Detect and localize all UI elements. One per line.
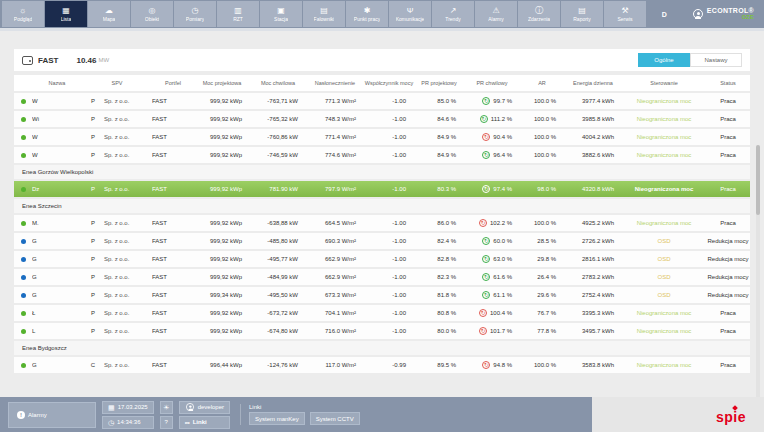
alarms-button[interactable]: ! Alarmy: [8, 402, 96, 428]
nav-tab-raporty[interactable]: ▤Raporty: [561, 1, 603, 27]
table-row[interactable]: GPSp. z o.o.FAST999,92 kWp-484,99 kW662.…: [14, 269, 750, 285]
table-row[interactable]: GPSp. z o.o.FAST999,92 kWp-485,80 kW690.…: [14, 233, 750, 249]
column-header-1: Nazwa: [32, 80, 82, 86]
nav-tab-serwis[interactable]: ⚒Serwis: [604, 1, 646, 27]
nav-tab-pomiary[interactable]: ◷Pomiary: [174, 1, 216, 27]
help-label: ?: [164, 419, 167, 425]
user-initial[interactable]: D: [662, 11, 667, 18]
tab-nastawy[interactable]: Nastawy: [690, 53, 742, 67]
nav-tab-lista[interactable]: ▦Lista: [45, 1, 87, 27]
nav-tab-punkt-pracy[interactable]: ✱Punkt pracy: [346, 1, 388, 27]
trendy-icon: ↗: [450, 6, 457, 15]
help-button[interactable]: ?: [160, 416, 173, 429]
cell-status: Praca: [706, 152, 750, 158]
cell-moc-projektowa: 999,92 kWp: [194, 98, 250, 104]
pr-chwilowy-value: 99.7 %: [493, 98, 512, 104]
nav-tab-podglad[interactable]: ☼Podgląd: [2, 1, 44, 27]
nav-tab-zdarzenia[interactable]: ⓘZdarzenia: [518, 1, 560, 27]
cell-pr-projektowy: 80.3 %: [414, 186, 464, 192]
nav-tab-stacja[interactable]: ▣Stacja: [260, 1, 302, 27]
link-system-mankey[interactable]: System manKey: [249, 412, 305, 425]
cell-pr-projektowy: 84.6 %: [414, 116, 464, 122]
cell-spv-company: Sp. z o.o.: [104, 238, 152, 244]
table-row[interactable]: WiPSp. z o.o.FAST999,92 kWp-765,32 kW748…: [14, 111, 750, 127]
cell-status: Redukcja mocy: [706, 274, 750, 280]
table-row[interactable]: M.PSp. z o.o.FAST999,92 kWp-638,88 kW664…: [14, 215, 750, 231]
links-button[interactable]: ∞ Linki: [179, 416, 230, 429]
cell-moc-projektowa: 999,92 kWp: [194, 186, 250, 192]
date-button[interactable]: ▦ 17.03.2025: [102, 401, 154, 414]
cell-ar: 100.0 %: [520, 152, 564, 158]
pr-refresh-icon: ↻: [482, 273, 490, 281]
pr-chwilowy-value: 96.4 %: [493, 152, 512, 158]
cell-naslonecznienie: 716.0 W/m²: [306, 328, 364, 334]
cell-energia-dzienna: 4004.2 kWh: [564, 134, 622, 140]
cell-energia-dzienna: 4925.2 kWh: [564, 220, 622, 226]
brand-oze-label: OZE: [742, 14, 754, 21]
econtrol-logo: ECONTROL® OZE: [693, 7, 754, 21]
table-row[interactable]: GPSp. z o.o.FAST999,34 kWp-495,50 kW673.…: [14, 287, 750, 303]
cell-status-dot: [14, 99, 32, 104]
table-row[interactable]: DzPSp. z o.o.FAST999,92 kWp781.90 kW797.…: [14, 181, 750, 197]
cell-nazwa: W: [32, 134, 82, 140]
date-value: 17.03.2025: [118, 404, 148, 410]
pr-chwilowy-value: 61.6 %: [493, 274, 512, 280]
cell-sterowanie: Nieograniczona moc: [622, 134, 706, 140]
cell-sterowanie: Nieograniczona moc: [622, 362, 706, 368]
user-circle-icon: [693, 9, 703, 19]
pr-refresh-icon: ↻: [480, 115, 488, 123]
sun-icon: ☀: [163, 404, 169, 411]
cell-spv-company: Sp. z o.o.: [104, 292, 152, 298]
cell-sterowanie: OSD: [622, 274, 706, 280]
link-system-cctv[interactable]: System CCTV: [310, 412, 360, 425]
lista-icon: ▦: [62, 6, 70, 15]
cell-spv-company: Sp. z o.o.: [104, 116, 152, 122]
cell-portfel: FAST: [152, 116, 194, 122]
nav-tab-mapa[interactable]: ☁Mapa: [88, 1, 130, 27]
table-row[interactable]: GCSp. z o.o.FAST996,44 kWp-124,76 kW117.…: [14, 357, 750, 373]
cell-ar: 100.0 %: [520, 220, 564, 226]
cell-spv-code: P: [82, 134, 104, 140]
cell-nazwa: M.: [32, 220, 82, 226]
table-row[interactable]: WPSp. z o.o.FAST999,92 kWp-763,71 kW771.…: [14, 93, 750, 109]
nav-tab-komunikacje[interactable]: ΨKomunikacje: [389, 1, 431, 27]
cell-wspolczynnik-mocy: -1.00: [364, 134, 414, 140]
portfolio-icon: [22, 56, 33, 65]
scrollbar-thumb[interactable]: [756, 145, 760, 215]
scrollbar[interactable]: [756, 145, 760, 425]
cell-ar: 28.5 %: [520, 238, 564, 244]
time-button[interactable]: ◷ 14:34:36: [102, 416, 154, 429]
cell-wspolczynnik-mocy: -0.99: [364, 362, 414, 368]
nav-tab-rzt[interactable]: ▥RZT: [217, 1, 259, 27]
nav-tab-obiekt[interactable]: ◎Obiekt: [131, 1, 173, 27]
cell-status-dot: [14, 153, 32, 158]
table-row[interactable]: ŁPSp. z o.o.FAST999,92 kWp-673,72 kW704.…: [14, 305, 750, 321]
pr-refresh-icon: ↻: [479, 309, 487, 317]
nav-tab-label: Mapa: [103, 16, 116, 22]
cell-sterowanie: Nieograniczona moc: [622, 116, 706, 122]
table-row[interactable]: WPSp. z o.o.FAST999,92 kWp-746,59 kW774.…: [14, 147, 750, 163]
brightness-button[interactable]: ☀: [160, 401, 173, 414]
nav-tab-label: Stacja: [274, 16, 288, 22]
nav-tab-label: Falowniki: [314, 16, 335, 22]
user-button[interactable]: developer: [179, 401, 230, 414]
nav-tab-alarmy[interactable]: ⚠Alarmy: [475, 1, 517, 27]
nav-tab-trendy[interactable]: ↗Trendy: [432, 1, 474, 27]
group-header-label: Enea Bydgoszcz: [22, 345, 67, 351]
nav-tab-label: Komunikacje: [396, 16, 425, 22]
table-row[interactable]: GPSp. z o.o.FAST999,92 kWp-495,77 kW662.…: [14, 251, 750, 267]
user-icon: [186, 403, 194, 411]
cell-portfel: FAST: [152, 310, 194, 316]
cell-status: Redukcja mocy: [706, 256, 750, 262]
cell-energia-dzienna: 3985.8 kWh: [564, 116, 622, 122]
nav-tab-falowniki[interactable]: ▤Falowniki: [303, 1, 345, 27]
table-row[interactable]: LPSp. z o.o.FAST999,92 kWp-674,80 kW716.…: [14, 323, 750, 339]
cell-pr-projektowy: 89.5 %: [414, 362, 464, 368]
table-row[interactable]: WPSp. z o.o.FAST999,92 kWp-760,86 kW771.…: [14, 129, 750, 145]
tab-ogolne[interactable]: Ogólne: [638, 53, 690, 67]
cell-spv-code: P: [82, 328, 104, 334]
cell-spv-code: C: [82, 362, 104, 368]
nav-tabs: ☼Podgląd▦Lista☁Mapa◎Obiekt◷Pomiary▥RZT▣S…: [0, 0, 646, 28]
cell-wspolczynnik-mocy: -1.00: [364, 328, 414, 334]
cell-status-dot: [14, 363, 32, 368]
